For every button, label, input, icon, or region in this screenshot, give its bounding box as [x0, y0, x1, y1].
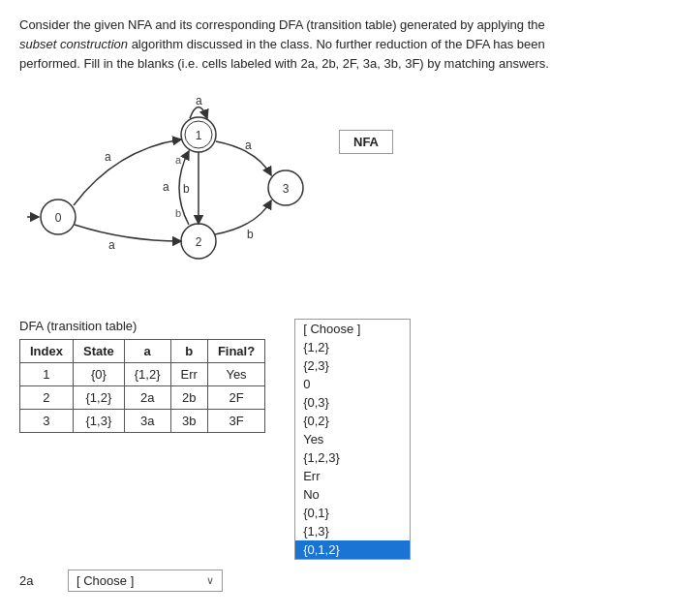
cell-index: 3: [20, 410, 74, 433]
col-final: Final?: [207, 340, 264, 363]
cell-b: 3b: [170, 410, 207, 433]
cell-final: Yes: [207, 363, 264, 386]
diagram-area: 0 1 2 3 a a: [19, 91, 654, 297]
cell-a: {1,2}: [124, 363, 170, 386]
dropdown-item[interactable]: {1,3}: [295, 522, 410, 540]
dropdown-arrow-icon: ∨: [206, 574, 214, 587]
cell-index: 2: [20, 386, 74, 410]
svg-text:b: b: [175, 207, 181, 219]
bottom-row: 2a [ Choose ] ∨: [19, 570, 654, 592]
table-header-row: Index State a b Final?: [20, 340, 265, 363]
table-row: 3 {1,3} 3a 3b 3F: [20, 410, 265, 433]
nfa-diagram: 0 1 2 3 a a: [19, 91, 320, 297]
cell-final: 2F: [207, 386, 264, 410]
table-row: 1 {0} {1,2} Err Yes: [20, 363, 265, 386]
cell-b: Err: [170, 363, 207, 386]
dfa-left: DFA (transition table) Index State a b F…: [19, 319, 265, 433]
dropdown-item[interactable]: {0,1}: [295, 504, 410, 522]
dropdown-item[interactable]: {0,1,2}: [295, 540, 410, 559]
intro-line1: Consider the given NFA and its correspon…: [19, 17, 545, 32]
svg-text:a: a: [245, 139, 252, 152]
svg-text:b: b: [247, 228, 254, 241]
choose-select[interactable]: [ Choose ] ∨: [68, 570, 223, 592]
dfa-table: Index State a b Final? 1 {0} {1,2} Err Y…: [19, 339, 265, 433]
dropdown-item[interactable]: {2,3}: [295, 356, 410, 375]
dfa-title: DFA (transition table): [19, 319, 265, 333]
svg-text:0: 0: [55, 211, 62, 225]
dropdown-item[interactable]: {1,2}: [295, 338, 410, 356]
dfa-section: DFA (transition table) Index State a b F…: [19, 319, 654, 560]
cell-a: 3a: [124, 410, 170, 433]
cell-state: {1,2}: [73, 386, 124, 410]
svg-text:1: 1: [196, 129, 202, 142]
col-a: a: [124, 340, 170, 363]
svg-text:a: a: [196, 94, 202, 108]
svg-text:a: a: [108, 238, 115, 252]
col-state: State: [73, 340, 124, 363]
dropdown-item[interactable]: No: [295, 485, 410, 504]
dropdown-item[interactable]: Yes: [295, 430, 410, 448]
dropdown-item[interactable]: [ Choose ]: [295, 320, 410, 338]
cell-index: 1: [20, 363, 74, 386]
dropdown-item[interactable]: {0,3}: [295, 393, 410, 412]
svg-text:a: a: [105, 150, 111, 164]
col-index: Index: [20, 340, 74, 363]
label-2a: 2a: [19, 573, 48, 588]
cell-b: 2b: [170, 386, 207, 410]
svg-text:3: 3: [283, 182, 290, 196]
nfa-label: NFA: [339, 130, 393, 154]
cell-state: {1,3}: [73, 410, 124, 433]
intro-line4: performed. Fill in the blanks (i.e. cell…: [19, 56, 549, 71]
dropdown-item[interactable]: {0,2}: [295, 412, 410, 430]
dropdown-list[interactable]: [ Choose ]{1,2}{2,3}0{0,3}{0,2}Yes{1,2,3…: [294, 319, 411, 560]
dropdown-item[interactable]: Err: [295, 467, 410, 485]
col-b: b: [170, 340, 207, 363]
cell-a: 2a: [124, 386, 170, 410]
table-row: 2 {1,2} 2a 2b 2F: [20, 386, 265, 410]
svg-text:b: b: [183, 182, 190, 196]
cell-state: {0}: [73, 363, 124, 386]
dropdown-item[interactable]: 0: [295, 375, 410, 393]
intro-line3: algorithm discussed in the class. No fur…: [128, 37, 545, 51]
intro-italic: subset construction: [19, 37, 128, 51]
svg-text:a: a: [163, 180, 169, 194]
intro-text: Consider the given NFA and its correspon…: [19, 15, 654, 74]
svg-text:2: 2: [196, 235, 202, 249]
dropdown-item[interactable]: {1,2,3}: [295, 448, 410, 467]
choose-label: [ Choose ]: [76, 573, 134, 588]
cell-final: 3F: [207, 410, 264, 433]
svg-text:a: a: [175, 154, 182, 166]
